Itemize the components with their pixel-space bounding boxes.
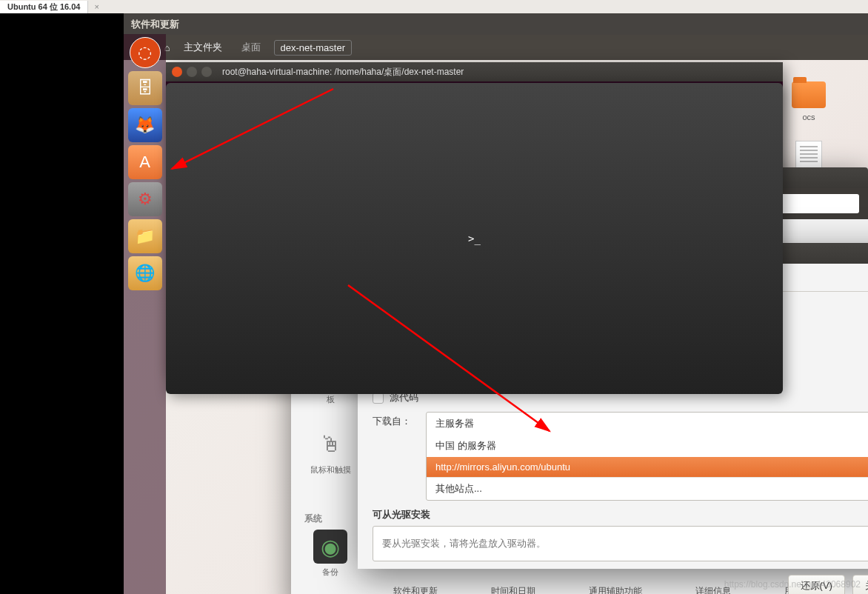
app-titlebar: 软件和更新 (124, 13, 868, 35)
vm-tab-close-icon[interactable]: × (88, 2, 104, 11)
settings-item-backup[interactable]: ◉备份 (304, 530, 356, 578)
folder-docs[interactable]: ocs (783, 81, 835, 121)
watermark: https://blog.csdn.net/qq443068902 (724, 579, 861, 590)
settings-icon[interactable]: ⚙ (128, 182, 162, 216)
mirror-option-main[interactable]: 主服务器 (427, 413, 868, 435)
terminal-title: root@haha-virtual-machine: /home/haha/桌面… (222, 66, 464, 79)
mirror-option-selected[interactable]: http://mirrors.aliyun.com/ubuntu (427, 457, 868, 477)
software-center-icon[interactable]: A (128, 145, 162, 179)
ubuntu-dash-icon[interactable]: ◌ (130, 37, 161, 68)
terminal-titlebar: root@haha-virtual-machine: /home/haha/桌面… (166, 62, 783, 81)
download-from-label: 下载自： (373, 412, 426, 428)
breadcrumb-current[interactable]: dex-net-master (274, 40, 352, 56)
mirror-option-other[interactable]: 其他站点... (427, 477, 868, 500)
mirror-option-china[interactable]: 中国 的服务器 (427, 435, 868, 457)
window-maximize-icon[interactable] (201, 67, 212, 77)
file-icon-row: ocs examples (783, 81, 868, 121)
app-title: 软件和更新 (131, 18, 179, 31)
vm-tab[interactable]: Ubuntu 64 位 16.04 (0, 1, 88, 13)
safe-icon: ◉ (313, 530, 347, 564)
window-minimize-icon[interactable] (187, 67, 197, 77)
mouse-icon: 🖱 (313, 427, 347, 461)
cd-install-box: 要从光驱安装，请将光盘放入驱动器。 (373, 526, 868, 561)
terminal-icon[interactable]: >_ (166, 83, 783, 394)
unity-launcher: ◌ 🗄 🦊 A ⚙ >_ 📁 🌐 (124, 34, 166, 594)
folder-icon (792, 81, 826, 108)
pathbar: ‹ › ⌂ 主文件夹 桌面 dex-net-master (124, 35, 868, 60)
globe-icon[interactable]: 🌐 (128, 256, 162, 290)
mirror-dropdown-list[interactable]: 主服务器 中国 的服务器 http://mirrors.aliyun.com/u… (426, 412, 868, 501)
firefox-icon[interactable]: 🦊 (128, 108, 162, 142)
window-close-icon[interactable] (172, 67, 182, 77)
vm-tab-bar: Ubuntu 64 位 16.04 × (0, 0, 868, 13)
folder-icon[interactable]: 📁 (128, 219, 162, 253)
files-icon[interactable]: 🗄 (128, 71, 162, 105)
settings-item-mouse[interactable]: 🖱鼠标和触摸 (304, 427, 356, 475)
breadcrumb-desktop[interactable]: 桌面 (236, 39, 267, 56)
breadcrumb-home[interactable]: 主文件夹 (178, 39, 228, 56)
su-heading-cd: 可从光驱安装 (373, 508, 868, 521)
